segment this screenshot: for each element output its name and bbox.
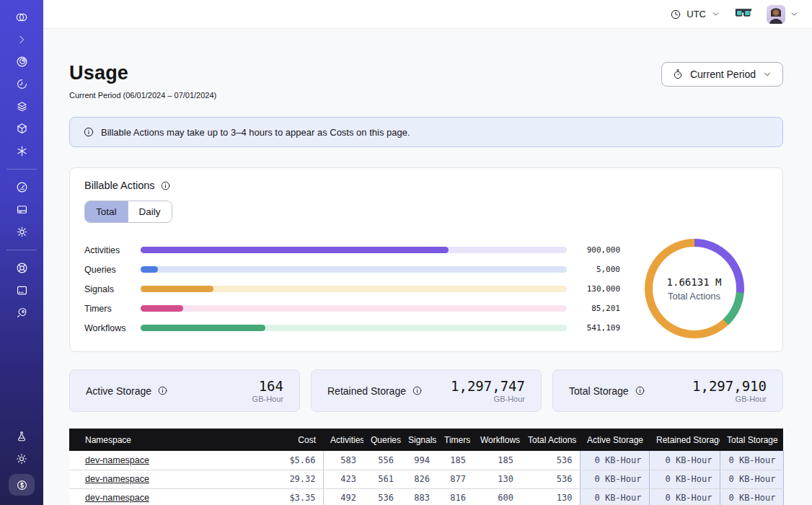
theme-sun-icon[interactable] xyxy=(8,449,35,467)
cell-signals: 994 xyxy=(401,451,437,470)
table-header-row: Namespace Cost Activities Queries Signal… xyxy=(69,429,783,451)
cell-active-storage: 0 KB-Hour xyxy=(580,470,649,488)
donut-center: 1.66131 M Total Actions xyxy=(653,247,736,330)
col-namespace: Namespace xyxy=(69,429,251,451)
bar-fill xyxy=(141,305,183,312)
layers-icon[interactable] xyxy=(8,97,35,115)
retained-storage-value: 1,297,747 xyxy=(451,378,525,394)
active-storage-unit: GB-Hour xyxy=(252,395,283,403)
cell-active-storage: 0 KB-Hour xyxy=(580,451,649,470)
cell-workflows: 130 xyxy=(473,470,521,488)
tab-daily[interactable]: Daily xyxy=(128,201,172,222)
col-workflows: Workflows xyxy=(473,429,521,451)
col-queries: Queries xyxy=(363,429,401,451)
bar-row-timers: Timers 85,201 xyxy=(84,299,620,318)
active-storage-label: Active Storage xyxy=(86,385,151,397)
clock-icon xyxy=(670,9,681,20)
bar-value: 130,000 xyxy=(575,284,620,294)
deployments-cube-icon[interactable] xyxy=(8,120,35,138)
col-total-actions: Total Actions xyxy=(521,429,580,451)
collapse-chevron-icon[interactable] xyxy=(8,30,35,48)
info-icon[interactable] xyxy=(157,385,168,396)
chevron-down-icon xyxy=(711,9,720,19)
bar-track xyxy=(141,325,567,331)
period-dropdown-label: Current Period xyxy=(690,69,756,80)
col-total-storage: Total Storage xyxy=(720,429,783,451)
billable-actions-title: Billable Actions xyxy=(84,180,155,191)
storage-summary-row: Active Storage 164 GB-Hour Retained Stor… xyxy=(69,369,783,412)
bar-fill xyxy=(141,266,158,273)
bar-row-workflows: Workflows 541,109 xyxy=(84,318,620,338)
settings-gear-icon[interactable] xyxy=(8,223,35,241)
timezone-label: UTC xyxy=(687,9,706,19)
docs-terminal-icon[interactable] xyxy=(8,281,35,299)
cell-queries: 536 xyxy=(363,488,401,505)
col-timers: Timers xyxy=(437,429,473,451)
donut-column: 1.66131 M Total Actions xyxy=(620,237,768,338)
timezone-selector[interactable]: UTC xyxy=(670,9,720,20)
billable-actions-chart: Activities 900,000 Queries 5,000 Signals xyxy=(84,237,768,338)
total-storage-value: 1,297,910 xyxy=(692,378,767,394)
total-actions-value: 1.66131 M xyxy=(667,276,722,288)
chevron-down-icon xyxy=(790,9,799,19)
total-storage-label: Total Storage xyxy=(569,385,629,397)
labs-flask-icon[interactable] xyxy=(8,427,35,445)
usage-gauge-icon[interactable] xyxy=(8,178,35,196)
bar-value: 5,000 xyxy=(575,265,620,274)
sidebar-divider xyxy=(6,169,37,170)
sidebar-divider xyxy=(6,250,37,250)
app-window: UTC Usage Current Period (06/01/2024 – 0… xyxy=(0,0,812,505)
bar-track xyxy=(141,247,567,253)
billable-actions-card: Billable Actions Total Daily Activities … xyxy=(69,167,783,352)
account-menu[interactable] xyxy=(767,5,799,24)
temporal-logo-icon[interactable] xyxy=(8,8,35,26)
usage-dollar-icon[interactable] xyxy=(9,474,35,496)
support-lifebuoy-icon[interactable] xyxy=(8,259,35,277)
info-banner-text: Billable Actions may take up to 3–4 hour… xyxy=(101,127,410,138)
cell-workflows: 185 xyxy=(473,451,521,470)
getting-started-rocket-icon[interactable] xyxy=(8,304,35,322)
bar-label: Activities xyxy=(84,245,136,255)
cell-activities: 492 xyxy=(323,488,363,505)
bar-chart: Activities 900,000 Queries 5,000 Signals xyxy=(84,237,620,338)
glasses-icon[interactable] xyxy=(735,7,752,21)
nexus-asterisk-icon[interactable] xyxy=(8,142,35,160)
period-dropdown-button[interactable]: Current Period xyxy=(661,62,783,87)
cell-retained-storage: 0 KB-Hour xyxy=(649,470,720,488)
cell-cost: $3.35 xyxy=(251,488,323,505)
bar-row-activities: Activities 900,000 xyxy=(84,240,620,260)
info-icon[interactable] xyxy=(635,385,645,396)
bar-row-signals: Signals 130,000 xyxy=(84,279,620,299)
sidebar-nav xyxy=(0,0,43,505)
cell-cost: 29.32 xyxy=(251,470,323,488)
info-icon[interactable] xyxy=(412,385,423,396)
cell-total-actions: 130 xyxy=(521,488,580,505)
total-actions-label: Total Actions xyxy=(668,291,720,302)
bar-fill xyxy=(141,286,213,292)
tab-total[interactable]: Total xyxy=(85,201,128,222)
bar-row-queries: Queries 5,000 xyxy=(84,260,620,279)
cell-total-actions: 536 xyxy=(521,470,580,488)
namespace-link[interactable]: dev-namespace xyxy=(85,474,149,484)
bar-fill xyxy=(141,325,265,331)
namespace-link[interactable]: dev-namespace xyxy=(85,455,149,465)
info-icon[interactable] xyxy=(160,180,171,191)
cell-total-storage: 0 KB-Hour xyxy=(720,488,783,505)
cell-total-storage: 0 KB-Hour xyxy=(720,451,783,470)
col-cost: Cost xyxy=(251,429,323,451)
cell-workflows: 600 xyxy=(473,488,521,505)
info-banner: Billable Actions may take up to 3–4 hour… xyxy=(69,117,783,147)
total-storage-card: Total Storage 1,297,910 GB-Hour xyxy=(552,369,783,412)
schedules-clock-icon[interactable] xyxy=(8,75,35,93)
cell-signals: 826 xyxy=(401,470,437,488)
retained-storage-unit: GB-Hour xyxy=(451,395,525,403)
bar-track xyxy=(141,266,567,273)
info-icon xyxy=(83,126,94,138)
billing-card-icon[interactable] xyxy=(8,201,35,219)
bar-value: 900,000 xyxy=(575,245,620,255)
namespaces-orbit-icon[interactable] xyxy=(8,53,35,71)
main-area: UTC Usage Current Period (06/01/2024 – 0… xyxy=(43,0,812,505)
namespace-link[interactable]: dev-namespace xyxy=(85,493,149,503)
total-actions-donut: 1.66131 M Total Actions xyxy=(645,239,744,338)
avatar xyxy=(767,5,785,24)
